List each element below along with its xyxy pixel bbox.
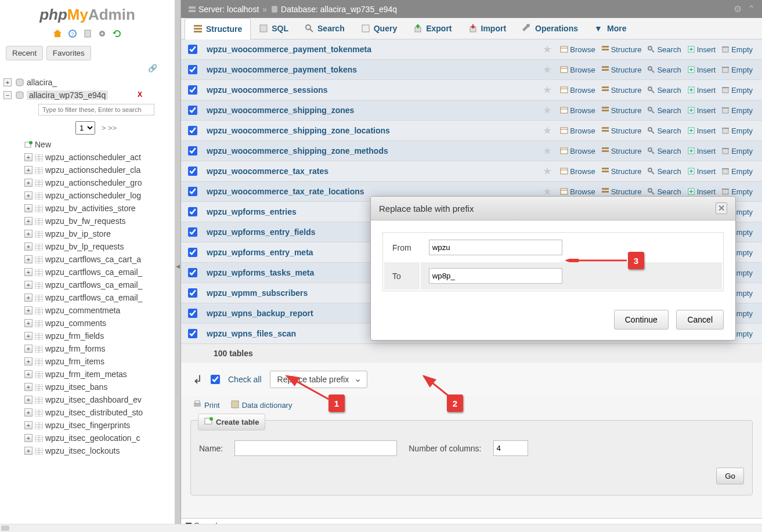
link-icon[interactable]: 🔗 bbox=[0, 64, 175, 76]
filter-clear-icon[interactable]: X bbox=[138, 91, 142, 99]
logout-icon[interactable]: ? bbox=[68, 29, 77, 38]
row-checkbox[interactable] bbox=[188, 187, 197, 196]
search-action[interactable]: Search bbox=[645, 86, 683, 95]
bc-db-link[interactable]: allacira_wp735_e94q bbox=[320, 5, 397, 14]
empty-action[interactable]: Empty bbox=[719, 86, 755, 95]
tab-recent[interactable]: Recent bbox=[6, 46, 43, 60]
tab-operations[interactable]: Operations bbox=[514, 18, 586, 39]
structure-action[interactable]: Structure bbox=[599, 167, 644, 176]
cancel-button[interactable]: Cancel bbox=[676, 310, 724, 330]
filter-input[interactable] bbox=[38, 104, 154, 115]
docs-icon[interactable] bbox=[83, 29, 92, 38]
table-item[interactable]: +wpzu_bv_lp_requests bbox=[17, 240, 175, 253]
table-item[interactable]: +wpzu_commentmeta bbox=[17, 304, 175, 317]
page-select[interactable]: 1 bbox=[75, 121, 95, 135]
expand-icon[interactable]: + bbox=[24, 434, 32, 442]
check-all-label[interactable]: Check all bbox=[228, 375, 262, 384]
browse-action[interactable]: Browse bbox=[558, 187, 597, 196]
expand-icon[interactable]: + bbox=[24, 191, 32, 200]
expand-icon[interactable]: + bbox=[24, 153, 32, 161]
insert-action[interactable]: Insert bbox=[685, 86, 718, 95]
favorite-star-icon[interactable]: ★ bbox=[543, 84, 552, 96]
empty-action[interactable]: Empty bbox=[719, 147, 755, 155]
home-icon[interactable] bbox=[53, 29, 62, 38]
empty-action[interactable]: Empty bbox=[719, 167, 755, 176]
data-dictionary-link[interactable]: Data dictionary bbox=[230, 400, 292, 411]
continue-button[interactable]: Continue bbox=[614, 310, 669, 330]
table-name[interactable]: wpzu_woocommerce_shipping_zone_methods bbox=[207, 146, 543, 155]
row-checkbox[interactable] bbox=[188, 85, 197, 95]
structure-action[interactable]: Structure bbox=[599, 86, 644, 95]
collapse-toggle[interactable]: − bbox=[3, 91, 12, 99]
table-item[interactable]: +wpzu_cartflows_ca_email_ bbox=[17, 278, 175, 291]
insert-action[interactable]: Insert bbox=[685, 126, 718, 135]
tab-query[interactable]: Query bbox=[353, 18, 405, 39]
table-name[interactable]: wpzu_bv_activities_store bbox=[45, 204, 136, 213]
row-checkbox[interactable] bbox=[188, 146, 197, 155]
table-name[interactable]: wpzu_bv_fw_requests bbox=[45, 216, 126, 226]
search-action[interactable]: Search bbox=[645, 187, 683, 196]
table-item[interactable]: +wpzu_frm_items bbox=[17, 355, 175, 368]
expand-icon[interactable]: + bbox=[24, 166, 32, 174]
browse-action[interactable]: Browse bbox=[558, 45, 597, 54]
table-name[interactable]: wpzu_actionscheduler_cla bbox=[45, 165, 140, 175]
table-name[interactable]: wpzu_commentmeta bbox=[45, 306, 120, 315]
table-item[interactable]: +wpzu_actionscheduler_log bbox=[17, 189, 175, 202]
insert-action[interactable]: Insert bbox=[685, 187, 718, 196]
row-checkbox[interactable] bbox=[188, 309, 197, 318]
browse-action[interactable]: Browse bbox=[558, 106, 597, 115]
table-item[interactable]: +wpzu_frm_item_metas bbox=[17, 368, 175, 381]
table-name[interactable]: wpzu_itsec_lockouts bbox=[45, 446, 120, 455]
table-item[interactable]: +wpzu_bv_ip_store bbox=[17, 227, 175, 240]
expand-icon[interactable]: + bbox=[24, 217, 32, 225]
favorite-star-icon[interactable]: ★ bbox=[543, 144, 552, 157]
table-item[interactable]: +wpzu_itsec_fingerprints bbox=[17, 419, 175, 432]
table-name[interactable]: wpzu_bv_lp_requests bbox=[45, 242, 124, 251]
row-checkbox[interactable] bbox=[188, 126, 197, 135]
insert-action[interactable]: Insert bbox=[685, 106, 718, 115]
tab-export[interactable]: Export bbox=[405, 18, 460, 39]
table-name[interactable]: wpzu_woocommerce_tax_rate_locations bbox=[207, 187, 543, 196]
row-checkbox[interactable] bbox=[188, 227, 197, 237]
expand-icon[interactable]: + bbox=[24, 255, 32, 263]
resize-handle[interactable] bbox=[175, 0, 181, 532]
db-name-1[interactable]: allacira_ bbox=[27, 78, 57, 87]
table-name[interactable]: wpzu_itsec_distributed_sto bbox=[45, 408, 143, 417]
expand-icon[interactable]: + bbox=[24, 421, 32, 429]
search-action[interactable]: Search bbox=[645, 45, 683, 54]
expand-icon[interactable]: + bbox=[24, 383, 32, 391]
search-action[interactable]: Search bbox=[645, 147, 683, 155]
empty-action[interactable]: Empty bbox=[719, 45, 755, 54]
expand-icon[interactable]: + bbox=[24, 357, 32, 365]
browse-action[interactable]: Browse bbox=[558, 167, 597, 176]
expand-icon[interactable]: + bbox=[24, 179, 32, 187]
row-checkbox[interactable] bbox=[188, 65, 197, 74]
tab-favorites[interactable]: Favorites bbox=[46, 46, 91, 60]
check-all-checkbox[interactable] bbox=[211, 375, 220, 384]
dialog-close-button[interactable]: ✕ bbox=[716, 202, 727, 214]
row-checkbox[interactable] bbox=[188, 248, 197, 257]
table-name[interactable]: wpzu_actionscheduler_act bbox=[45, 153, 141, 162]
search-action[interactable]: Search bbox=[645, 66, 683, 74]
expand-icon[interactable]: + bbox=[24, 408, 32, 417]
table-item[interactable]: +wpzu_frm_fields bbox=[17, 330, 175, 342]
row-checkbox[interactable] bbox=[188, 106, 197, 115]
insert-action[interactable]: Insert bbox=[685, 167, 718, 176]
expand-icon[interactable]: + bbox=[24, 319, 32, 327]
table-name[interactable]: wpzu_woocommerce_payment_tokens bbox=[207, 65, 543, 74]
table-name[interactable]: wpzu_itsec_geolocation_c bbox=[45, 433, 140, 443]
row-checkbox[interactable] bbox=[188, 268, 197, 277]
empty-action[interactable]: Empty bbox=[719, 126, 755, 135]
table-item[interactable]: +wpzu_actionscheduler_gro bbox=[17, 176, 175, 189]
table-name[interactable]: wpzu_frm_items bbox=[45, 357, 104, 366]
table-name[interactable]: wpzu_actionscheduler_gro bbox=[45, 178, 142, 187]
reload-icon[interactable] bbox=[113, 29, 122, 38]
go-button[interactable]: Go bbox=[716, 468, 744, 484]
table-name[interactable]: wpzu_woocommerce_tax_rates bbox=[207, 167, 543, 176]
table-name[interactable]: wpzu_actionscheduler_log bbox=[45, 191, 141, 200]
table-name[interactable]: wpzu_cartflows_ca_cart_a bbox=[45, 255, 141, 264]
table-item[interactable]: +wpzu_itsec_lockouts bbox=[17, 444, 175, 457]
favorite-star-icon[interactable]: ★ bbox=[543, 104, 552, 117]
structure-action[interactable]: Structure bbox=[599, 187, 644, 196]
table-item[interactable]: +wpzu_cartflows_ca_cart_a bbox=[17, 253, 175, 266]
